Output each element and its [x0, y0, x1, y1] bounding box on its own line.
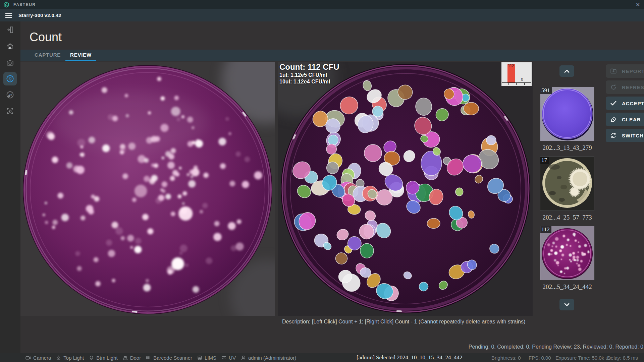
device-strip: Camera Top Light Btm Light Door: [25, 353, 296, 362]
dilution-icon: 10: [6, 90, 14, 99]
selected-sample: [admin] Selected 2024_10_10_15_34_24_442: [357, 353, 462, 362]
sidebar-item-focus[interactable]: [3, 104, 17, 118]
app-window: FASTEUR ✕ Starry-300 v2.0.42: [0, 0, 644, 362]
eraser-icon: [610, 116, 617, 123]
switch-button[interactable]: SWITCH: [606, 129, 644, 142]
thumbnail-label-3: 202...5_34_24_442: [533, 283, 602, 291]
database-icon: [197, 355, 203, 361]
top-light-icon: [56, 355, 61, 361]
panel-divider: [602, 62, 602, 316]
count-1ul: 1ul: 1.12e5 CFU/ml: [279, 72, 339, 78]
queue-stats: Pending: 0, Completed: 0, Pending Review…: [469, 344, 643, 350]
thumbnail-count-badge: 591: [540, 87, 552, 94]
clear-button[interactable]: CLEAR: [606, 113, 644, 126]
fasteur-logo-icon: [3, 1, 10, 8]
tab-bar: CAPTURE REVIEW: [20, 50, 644, 61]
home-icon: [6, 42, 14, 51]
refresh-button[interactable]: REFRESH: [606, 80, 644, 94]
chevron-down-icon: [562, 301, 572, 308]
user-icon: [240, 355, 246, 361]
annotated-plate-image[interactable]: Count: 112 CFU 1ul: 1.12e5 CFU/ml 10ul: …: [278, 62, 533, 316]
accept-button[interactable]: ACCEPT: [606, 97, 644, 110]
metric-fps: FPS: 0.00: [529, 353, 551, 362]
count-10ul: 10ul: 1.12e4 CFU/ml: [279, 78, 339, 85]
thumbnail-count-badge: 17: [540, 157, 549, 164]
report-button[interactable]: REPORT: [606, 64, 644, 78]
barcode-icon: [146, 355, 151, 361]
sidebar-item-home[interactable]: [3, 40, 17, 53]
switch-icon: [610, 132, 617, 139]
status-bar: Camera Top Light Btm Light Door: [0, 353, 644, 362]
camera-icon: [6, 58, 14, 67]
sidebar: 10: [0, 21, 20, 362]
sidebar-item-petri-count[interactable]: [3, 72, 17, 85]
metric-delay: Delay: 8.5 ms: [607, 353, 638, 362]
metric-brightness: Brightness: 0: [491, 353, 521, 362]
menu-icon[interactable]: [5, 12, 12, 18]
device-lims[interactable]: LIMS: [197, 355, 216, 361]
header-bar: Starry-300 v2.0.42: [0, 9, 644, 21]
device-uv[interactable]: UV: [221, 355, 236, 361]
door-icon: [122, 355, 128, 361]
count-histogram: 112 0: [501, 62, 532, 86]
device-barcode-scanner[interactable]: Barcode Scanner: [146, 355, 192, 361]
device-title: Starry-300 v2.0.42: [18, 12, 61, 18]
thumbnail-plate-3-selected[interactable]: 112: [540, 226, 594, 280]
device-top-light[interactable]: Top Light: [56, 355, 84, 361]
page-title: Count: [30, 30, 62, 44]
thumbnail-plate-1[interactable]: 591: [540, 87, 594, 141]
focus-detect-icon: [6, 107, 14, 115]
bulb-icon: [89, 355, 94, 361]
histogram-zero-label: 0: [521, 77, 523, 82]
thumbnail-label-1: 202...3_13_43_279: [533, 144, 602, 152]
thumbs-scroll-down-button[interactable]: [559, 299, 574, 310]
title-bar: FASTEUR ✕: [0, 0, 644, 9]
uv-lamp-icon: [221, 355, 227, 361]
report-folder-icon: [610, 67, 617, 75]
tab-capture[interactable]: CAPTURE: [30, 50, 65, 61]
interaction-description: Description: [Left Click] Count + 1; [Ri…: [282, 319, 525, 325]
current-user[interactable]: admin (Administrator): [240, 355, 296, 361]
raw-plate-image[interactable]: [20, 62, 275, 316]
chevron-up-icon: [562, 68, 572, 74]
login-door-icon: [6, 25, 14, 34]
count-overlay: Count: 112 CFU 1ul: 1.12e5 CFU/ml 10ul: …: [279, 62, 339, 85]
petri-dish-icon: [6, 74, 14, 83]
sidebar-item-login[interactable]: [3, 23, 17, 37]
histogram-bar-label: 112: [508, 63, 514, 68]
sidebar-item-camera[interactable]: [3, 56, 17, 69]
thumbnail-plate-2[interactable]: 17: [540, 157, 594, 211]
metric-exposure: Exposure Time: 50.0k us: [555, 353, 611, 362]
count-total: Count: 112 CFU: [279, 62, 339, 72]
device-camera[interactable]: Camera: [25, 355, 51, 361]
camera-icon: [25, 355, 31, 361]
close-icon[interactable]: ✕: [636, 0, 640, 9]
thumbnail-label-2: 202...4_25_57_773: [533, 214, 602, 221]
thumbnail-count-badge: 112: [540, 226, 551, 233]
histogram-axis: [502, 82, 531, 83]
refresh-icon: [610, 83, 617, 91]
device-door[interactable]: Door: [122, 355, 141, 361]
check-icon: [610, 100, 617, 107]
thumbs-scroll-up-button[interactable]: [559, 65, 574, 77]
device-btm-light[interactable]: Btm Light: [89, 355, 117, 361]
tab-review[interactable]: REVIEW: [65, 50, 96, 61]
sidebar-item-dilution[interactable]: 10: [3, 88, 17, 102]
app-name: FASTEUR: [13, 2, 36, 7]
